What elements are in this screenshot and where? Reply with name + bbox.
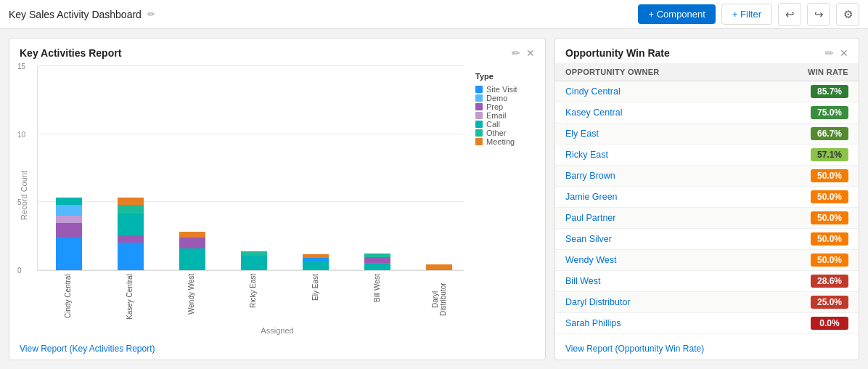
bars-container (44, 66, 464, 270)
chart-area: Record Count 0 5 10 15 Cind (9, 63, 545, 338)
bar-segment (426, 264, 452, 270)
right-view-report-link[interactable]: View Report (Opportunity Win Rate) (555, 338, 859, 360)
redo-button[interactable]: ↪ (807, 3, 830, 26)
chart-body: 0 5 10 15 (37, 66, 464, 271)
win-rate-badge: 50.0% (811, 190, 848, 203)
legend-color-swatch (475, 86, 483, 93)
left-panel-edit-button[interactable]: ✏ (512, 47, 520, 59)
x-axis-label: Wendy West (166, 274, 216, 325)
table-row: Ricky East 57.1% (555, 145, 859, 166)
win-rate-badge: 25.0% (811, 296, 848, 309)
left-panel-title: Key Activities Report (20, 47, 121, 59)
row-owner-name[interactable]: Cindy Central (565, 86, 621, 97)
stacked-bar[interactable] (426, 264, 452, 270)
left-panel-close-button[interactable]: ✕ (526, 47, 535, 59)
row-owner-name[interactable]: Sarah Phillips (565, 318, 621, 328)
row-owner-name[interactable]: Wendy West (565, 255, 616, 265)
bar-group (352, 254, 402, 270)
legend-item: Other (475, 129, 535, 137)
legend-color-swatch (475, 103, 483, 110)
stacked-bar[interactable] (179, 232, 205, 270)
row-owner-name[interactable]: Ely East (565, 129, 599, 139)
chart-wrapper: Record Count 0 5 10 15 Cind (20, 66, 535, 325)
legend-item-label: Site Visit (486, 85, 517, 94)
x-axis-label: Kasey Central (105, 274, 155, 325)
left-panel-header: Key Activities Report ✏ ✕ (9, 38, 545, 63)
legend-item-label: Other (486, 129, 507, 137)
win-rate-badge: 75.0% (811, 106, 848, 119)
dashboard-edit-icon[interactable]: ✏ (147, 9, 155, 20)
table-row: Kasey Central 75.0% (555, 102, 859, 123)
main-content: Key Activities Report ✏ ✕ Record Count 0… (0, 29, 868, 369)
left-panel: Key Activities Report ✏ ✕ Record Count 0… (9, 38, 546, 360)
settings-button[interactable]: ⚙ (836, 3, 859, 26)
stacked-bar[interactable] (241, 251, 267, 270)
x-labels: Cindy CentralKasey CentralWendy WestRick… (37, 274, 464, 325)
row-owner-name[interactable]: Daryl Distributor (565, 297, 631, 307)
x-axis-title: Assigned (20, 326, 535, 335)
add-filter-button[interactable]: + Filter (721, 4, 772, 25)
legend-item-label: Email (486, 111, 507, 120)
legend-item-label: Meeting (486, 137, 515, 146)
left-view-report-link[interactable]: View Report (Key Activities Report) (9, 338, 545, 360)
dashboard-title: Key Sales Activity Dashboard (9, 9, 142, 20)
win-rate-badge: 85.7% (811, 85, 848, 98)
table-row: Daryl Distributor 25.0% (555, 292, 859, 313)
add-component-button[interactable]: + Component (638, 4, 715, 24)
settings-icon: ⚙ (843, 8, 853, 21)
stacked-bar[interactable] (303, 254, 329, 270)
undo-icon: ↩ (785, 8, 795, 21)
win-rate-badge: 50.0% (811, 254, 848, 267)
x-axis-label: Ricky East (228, 274, 278, 325)
bar-group (290, 254, 340, 270)
legend-item: Prep (475, 102, 535, 111)
row-owner-name[interactable]: Sean Silver (565, 234, 612, 244)
bar-segment (118, 243, 144, 270)
bar-segment (241, 256, 267, 270)
bar-segment (364, 263, 390, 270)
bar-group (414, 264, 464, 270)
chart-main: 0 5 10 15 Cindy CentralKasey CentralWend… (37, 66, 464, 325)
x-axis-label: Daryl Distributor (414, 274, 464, 325)
bar-segment (56, 216, 82, 223)
legend-item: Meeting (475, 137, 535, 146)
legend-item-label: Prep (486, 102, 503, 111)
bar-segment (303, 261, 329, 270)
row-owner-name[interactable]: Bill West (565, 276, 600, 286)
legend-item: Site Visit (475, 85, 535, 94)
legend-color-swatch (475, 121, 483, 128)
stacked-bar[interactable] (118, 198, 144, 270)
row-owner-name[interactable]: Ricky East (565, 150, 608, 160)
stacked-bar[interactable] (364, 254, 390, 270)
row-owner-name[interactable]: Jamie Green (565, 192, 618, 202)
bar-segment (56, 205, 82, 216)
bar-segment (118, 205, 144, 214)
right-panel-edit-button[interactable]: ✏ (825, 47, 834, 59)
win-rate-badge: 28.6% (811, 275, 848, 288)
bar-segment (56, 238, 82, 270)
col-winrate-header: WIN RATE (808, 68, 848, 76)
legend-item-label: Demo (486, 94, 507, 102)
win-rate-badge: 50.0% (811, 232, 848, 246)
row-owner-name[interactable]: Paul Partner (565, 213, 615, 223)
top-bar: Key Sales Activity Dashboard ✏ + Compone… (0, 0, 868, 29)
stacked-bar[interactable] (56, 198, 82, 270)
row-owner-name[interactable]: Barry Brown (565, 171, 615, 181)
table-row: Cindy Central 85.7% (555, 81, 859, 102)
col-owner-header: OPPORTUNITY OWNER (565, 68, 660, 76)
row-owner-name[interactable]: Kasey Central (565, 108, 623, 118)
top-bar-right: + Component + Filter ↩ ↪ ⚙ (638, 3, 859, 26)
right-panel-close-button[interactable]: ✕ (840, 47, 848, 59)
table-row: Bill West 28.6% (555, 271, 859, 292)
top-bar-left: Key Sales Activity Dashboard ✏ (9, 9, 155, 20)
bar-segment (56, 223, 82, 238)
legend-item: Call (475, 120, 535, 129)
win-rate-badge: 50.0% (811, 169, 848, 182)
table-row: Jamie Green 50.0% (555, 187, 859, 208)
table-row: Barry Brown 50.0% (555, 166, 859, 187)
bar-group (167, 232, 217, 270)
undo-button[interactable]: ↩ (778, 3, 801, 26)
bar-group (44, 198, 94, 270)
win-rate-badge: 50.0% (811, 211, 848, 224)
legend-item: Email (475, 111, 535, 120)
